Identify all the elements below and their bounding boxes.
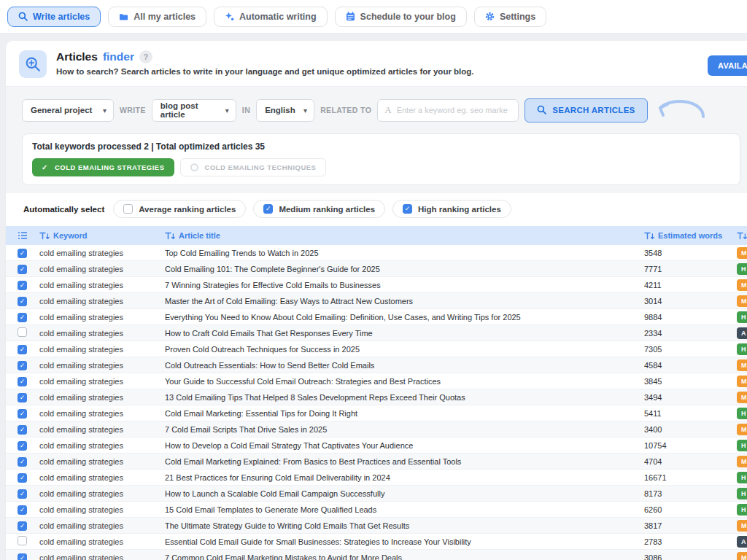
table-row[interactable]: cold emailing strategies How to Develop …: [6, 438, 747, 454]
row-checkbox[interactable]: [18, 327, 27, 337]
row-checkbox[interactable]: [18, 505, 27, 515]
tab-settings[interactable]: Settings: [474, 7, 546, 27]
keyword-tag-unselected[interactable]: COLD EMAILING TECHNIQUES: [180, 158, 327, 176]
keyword-cell: cold emailing strategies: [39, 409, 165, 418]
row-checkbox[interactable]: [18, 521, 27, 531]
available-button[interactable]: AVAILABLE: [708, 55, 747, 76]
filter-medium-ranking[interactable]: Medium ranking articles: [253, 200, 385, 218]
table-row[interactable]: cold emailing strategies How to Launch a…: [6, 486, 747, 502]
filter-average-ranking[interactable]: Average ranking articles: [113, 200, 246, 218]
checkbox[interactable]: [123, 204, 133, 214]
gear-icon: [485, 12, 495, 21]
table-row[interactable]: cold emailing strategies 21 Best Practic…: [6, 470, 747, 486]
keyword-input[interactable]: [397, 106, 512, 114]
article-type-select[interactable]: blog post article ▾: [152, 99, 236, 122]
checkbox[interactable]: [403, 204, 412, 214]
article-title-cell: Cold Email Marketing: Essential Tips for…: [165, 409, 644, 418]
ranking-badge: M: [737, 279, 747, 291]
table-row[interactable]: cold emailing strategies Your Guide to S…: [6, 373, 747, 389]
row-checkbox[interactable]: [18, 393, 27, 402]
row-checkbox[interactable]: [18, 489, 27, 499]
row-checkbox-cell: [18, 392, 39, 402]
estimated-words-cell: 9884: [644, 313, 737, 322]
curved-arrow-annotation: [655, 95, 709, 125]
keyword-cell: cold emailing strategies: [39, 553, 165, 560]
column-header-ranking[interactable]: [737, 232, 747, 240]
tab-label: All my articles: [133, 12, 196, 22]
tab-label: Schedule to your blog: [360, 12, 456, 22]
help-icon[interactable]: ?: [139, 50, 152, 63]
tab-label: Settings: [500, 12, 535, 22]
search-articles-button[interactable]: SEARCH ARTICLES: [525, 98, 647, 122]
row-checkbox[interactable]: [18, 457, 27, 467]
keyword-cell: cold emailing strategies: [39, 505, 165, 514]
row-checkbox-cell: [18, 456, 39, 467]
keyword-cell: cold emailing strategies: [39, 313, 165, 322]
row-checkbox[interactable]: [18, 281, 27, 290]
tab-write-articles[interactable]: Write articles: [7, 7, 101, 27]
language-select[interactable]: English ▾: [256, 99, 314, 122]
tab-schedule-to-blog[interactable]: Schedule to your blog: [335, 7, 467, 27]
ranking-badge: M: [737, 392, 747, 403]
table-row[interactable]: cold emailing strategies Proven Cold Out…: [6, 341, 747, 357]
row-checkbox-cell: [18, 264, 39, 274]
table-row[interactable]: cold emailing strategies 7 Cold Email Sc…: [6, 421, 747, 438]
ranking-badge: M: [737, 376, 747, 387]
table-row[interactable]: cold emailing strategies 15 Cold Email T…: [6, 502, 747, 518]
checkbox[interactable]: [263, 204, 273, 214]
table-row[interactable]: cold emailing strategies Cold Email Mark…: [6, 405, 747, 421]
column-select-all[interactable]: [18, 231, 39, 240]
filter-high-ranking[interactable]: High ranking articles: [392, 200, 511, 218]
row-checkbox[interactable]: [18, 441, 27, 451]
table-row[interactable]: cold emailing strategies Everything You …: [6, 309, 747, 325]
row-checkbox[interactable]: [18, 409, 27, 419]
row-checkbox[interactable]: [18, 361, 27, 370]
ranking-badge: H: [737, 408, 747, 419]
table-row[interactable]: cold emailing strategies Cold Outreach E…: [6, 357, 747, 373]
table-row[interactable]: cold emailing strategies Top Cold Emaili…: [6, 245, 747, 261]
estimated-words-cell: 3494: [644, 393, 737, 402]
ranking-cell: M: [737, 424, 747, 435]
table-row[interactable]: cold emailing strategies Master the Art …: [6, 293, 747, 309]
table-row[interactable]: cold emailing strategies The Ultimate St…: [6, 518, 747, 534]
tab-automatic-writing[interactable]: Automatic writing: [214, 7, 328, 27]
table-row[interactable]: cold emailing strategies 13 Cold Emailin…: [6, 389, 747, 405]
column-header-estimated-words[interactable]: Estimated words: [644, 231, 737, 240]
row-checkbox[interactable]: [18, 313, 27, 322]
ranking-badge: H: [737, 488, 747, 499]
table-row[interactable]: cold emailing strategies 7 Winning Strat…: [6, 277, 747, 293]
row-checkbox[interactable]: [18, 377, 27, 386]
estimated-words-cell: 3086: [644, 553, 737, 560]
row-checkbox[interactable]: [18, 473, 27, 483]
ranking-cell: H: [737, 440, 747, 451]
keyword-input-wrapper: A: [377, 99, 519, 122]
table-row[interactable]: cold emailing strategies Cold Emailing 1…: [6, 261, 747, 277]
row-checkbox[interactable]: [18, 297, 27, 306]
article-title-cell: How to Launch a Scalable Cold Email Camp…: [165, 489, 644, 498]
row-checkbox[interactable]: [18, 345, 27, 354]
in-label: IN: [242, 106, 250, 114]
keyword-cell: cold emailing strategies: [39, 377, 165, 386]
keyword-tag-selected[interactable]: ✓ COLD EMAILING STRATEGIES: [32, 158, 174, 176]
row-checkbox[interactable]: [18, 249, 27, 258]
article-title-cell: 21 Best Practices for Ensuring Cold Emai…: [165, 473, 644, 482]
row-checkbox[interactable]: [18, 265, 27, 274]
estimated-words-cell: 4704: [644, 457, 737, 466]
table-row[interactable]: cold emailing strategies How to Craft Co…: [6, 325, 747, 341]
row-checkbox-cell: [18, 248, 39, 258]
table-row[interactable]: cold emailing strategies Cold Email Mark…: [6, 454, 747, 470]
row-checkbox[interactable]: [18, 425, 27, 435]
estimated-words-cell: 3548: [644, 249, 737, 257]
project-select[interactable]: General project ▾: [22, 99, 114, 122]
row-checkbox[interactable]: [18, 553, 27, 560]
row-checkbox[interactable]: [18, 536, 27, 545]
table-row[interactable]: cold emailing strategies 7 Common Cold E…: [6, 550, 747, 560]
auto-select-label: Automatically select: [23, 205, 104, 214]
table-header: Keyword Article title Estimated words: [6, 226, 747, 245]
keyword-cell: cold emailing strategies: [39, 281, 165, 289]
ranking-cell: M: [737, 247, 747, 259]
column-header-keyword[interactable]: Keyword: [39, 231, 165, 240]
column-header-article-title[interactable]: Article title: [165, 231, 644, 240]
tab-all-my-articles[interactable]: All my articles: [108, 7, 206, 27]
table-row[interactable]: cold emailing strategies Essential Cold …: [6, 534, 747, 550]
